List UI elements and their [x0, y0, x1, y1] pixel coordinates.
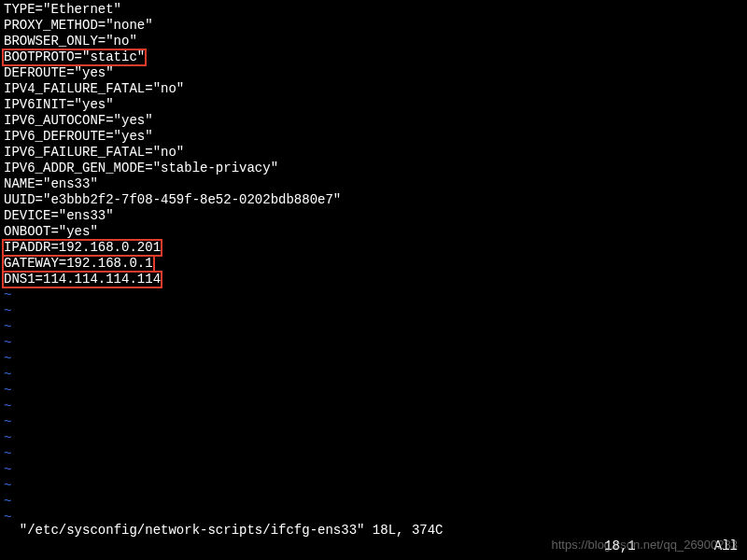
empty-line-marker: ~ [4, 303, 743, 319]
empty-line-marker: ~ [4, 430, 743, 446]
cfg-gateway-line: GATEWAY=192.168.0.1 [4, 256, 743, 272]
cfg-defroute: DEFROUTE="yes" [4, 65, 743, 81]
empty-line-marker: ~ [4, 319, 743, 335]
cfg-device: DEVICE="ens33" [4, 208, 743, 224]
cfg-onboot: ONBOOT="yes" [4, 224, 743, 240]
empty-line-marker: ~ [4, 351, 743, 367]
highlight-bootproto: BOOTPROTO="static" [2, 49, 147, 66]
cfg-ipaddr-line: IPADDR=192.168.0.201 [4, 240, 743, 256]
highlight-dns1: DNS1=114.114.114.114 [2, 271, 162, 288]
empty-line-marker: ~ [4, 478, 743, 494]
cfg-name: NAME="ens33" [4, 176, 743, 192]
empty-line-marker: ~ [4, 446, 743, 462]
empty-line-marker: ~ [4, 399, 743, 414]
cfg-type: TYPE="Ethernet" [4, 2, 743, 18]
empty-line-marker: ~ [4, 335, 743, 351]
cfg-ipv6-defroute: IPV6_DEFROUTE="yes" [4, 129, 743, 145]
cfg-dns1-line: DNS1=114.114.114.114 [4, 272, 743, 287]
empty-line-marker: ~ [4, 287, 743, 303]
cfg-ipv4-failure-fatal: IPV4_FAILURE_FATAL="no" [4, 81, 743, 97]
empty-line-marker: ~ [4, 367, 743, 383]
cfg-bootproto-line: BOOTPROTO="static" [4, 49, 743, 65]
empty-line-marker: ~ [4, 383, 743, 399]
cfg-ipv6init: IPV6INIT="yes" [4, 97, 743, 113]
cfg-ipv6-autoconf: IPV6_AUTOCONF="yes" [4, 113, 743, 129]
empty-line-marker: ~ [4, 462, 743, 478]
terminal-editor[interactable]: TYPE="Ethernet" PROXY_METHOD="none" BROW… [0, 0, 747, 527]
watermark-text: https://blog.csdn.net/qq_26900233 [552, 537, 739, 553]
cfg-ipv6-failure-fatal: IPV6_FAILURE_FATAL="no" [4, 145, 743, 161]
file-info: "/etc/sysconfig/network-scripts/ifcfg-en… [20, 523, 444, 539]
cfg-uuid: UUID="e3bbb2f2-7f08-459f-8e52-0202bdb880… [4, 192, 743, 208]
empty-line-marker: ~ [4, 414, 743, 430]
cfg-ipv6-addr-gen-mode: IPV6_ADDR_GEN_MODE="stable-privacy" [4, 161, 743, 176]
cfg-proxy-method: PROXY_METHOD="none" [4, 18, 743, 34]
cfg-browser-only: BROWSER_ONLY="no" [4, 34, 743, 49]
